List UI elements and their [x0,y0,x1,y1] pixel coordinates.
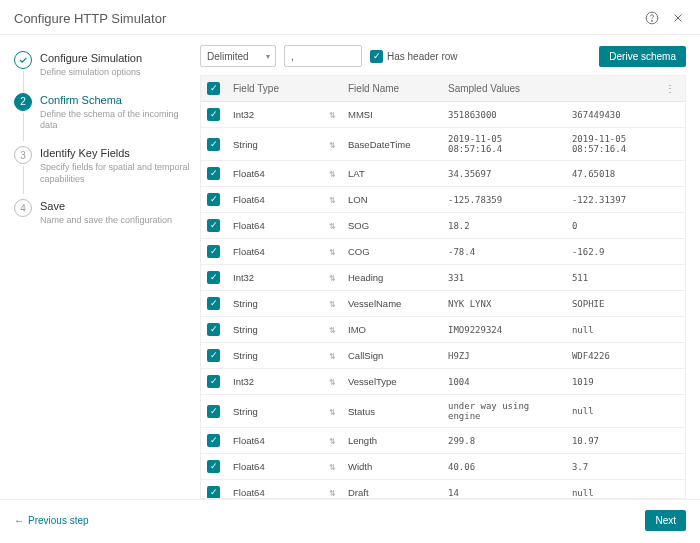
field-type-cell[interactable]: String [227,128,323,161]
field-type-cell[interactable]: Float64 [227,213,323,239]
row-checkbox[interactable]: ✓ [207,167,220,180]
row-checkbox[interactable]: ✓ [207,108,220,121]
table-row: ✓Float64⇅SOG18.20 [201,213,685,239]
schema-table-wrapper[interactable]: ✓ Field Type Field Name Sampled Values ⋮… [200,75,686,499]
sort-icon[interactable]: ⇅ [329,378,336,387]
close-icon[interactable] [670,10,686,26]
field-type-cell[interactable]: Float64 [227,454,323,480]
schema-toolbar: Delimited ▾ ✓ Has header row Derive sche… [200,45,686,67]
field-type-cell[interactable]: Float64 [227,428,323,454]
header-row-checkbox[interactable]: ✓ Has header row [370,50,458,63]
col-header-sampled-values: Sampled Values [448,83,520,94]
sampled-value-1: -78.4 [442,239,566,265]
previous-step-link[interactable]: ← Previous step [14,515,89,526]
step-desc: Name and save the configuration [40,215,172,227]
table-row: ✓Float64⇅Length299.810.97 [201,428,685,454]
field-name-cell: Draft [342,480,442,500]
field-name-cell: Length [342,428,442,454]
table-row: ✓Float64⇅Draft14null [201,480,685,500]
field-type-cell[interactable]: String [227,317,323,343]
sort-icon[interactable]: ⇅ [329,352,336,361]
field-type-cell[interactable]: Float64 [227,239,323,265]
step-title: Configure Simulation [40,52,142,64]
help-icon[interactable] [644,10,660,26]
field-name-cell: Heading [342,265,442,291]
sampled-value-1: 351863000 [442,102,566,128]
step-title: Confirm Schema [40,94,190,106]
sort-icon[interactable]: ⇅ [329,248,336,257]
table-row: ✓String⇅IMOIMO9229324null [201,317,685,343]
sort-icon[interactable]: ⇅ [329,196,336,205]
svg-point-1 [652,20,653,21]
select-all-checkbox[interactable]: ✓ [207,82,220,95]
format-select[interactable]: Delimited [200,45,276,67]
sampled-value-1: -125.78359 [442,187,566,213]
table-row: ✓Int32⇅Heading331511 [201,265,685,291]
row-checkbox[interactable]: ✓ [207,138,220,151]
col-header-field-type: Field Type [227,76,323,102]
row-checkbox[interactable]: ✓ [207,323,220,336]
table-row: ✓Int32⇅VesselType10041019 [201,369,685,395]
field-type-cell[interactable]: Float64 [227,161,323,187]
sort-icon[interactable]: ⇅ [329,111,336,120]
row-checkbox[interactable]: ✓ [207,486,220,499]
field-type-cell[interactable]: String [227,291,323,317]
table-row: ✓Float64⇅Width40.063.7 [201,454,685,480]
field-type-cell[interactable]: Int32 [227,265,323,291]
sampled-value-1: 1004 [442,369,566,395]
row-checkbox[interactable]: ✓ [207,349,220,362]
row-checkbox[interactable]: ✓ [207,219,220,232]
row-checkbox[interactable]: ✓ [207,434,220,447]
table-row: ✓Float64⇅LAT34.3569747.65018 [201,161,685,187]
sampled-value-2: 47.65018 [566,161,685,187]
sampled-value-1: 2019-11-05 08:57:16.4 [442,128,566,161]
sampled-value-2: 3.7 [566,454,685,480]
sort-icon[interactable]: ⇅ [329,222,336,231]
wizard-stepper: Configure Simulation Define simulation o… [0,35,200,499]
field-type-cell[interactable]: Float64 [227,480,323,500]
field-type-cell[interactable]: Int32 [227,102,323,128]
sort-icon[interactable]: ⇅ [329,326,336,335]
sort-icon[interactable]: ⇅ [329,437,336,446]
step-confirm-schema[interactable]: 2 Confirm Schema Define the schema of th… [14,93,190,132]
table-row: ✓String⇅Statusunder way using enginenull [201,395,685,428]
row-checkbox[interactable]: ✓ [207,245,220,258]
table-row: ✓Float64⇅COG-78.4-162.9 [201,239,685,265]
sort-icon[interactable]: ⇅ [329,489,336,498]
field-name-cell: VesselType [342,369,442,395]
field-name-cell: CallSign [342,343,442,369]
field-type-cell[interactable]: String [227,395,323,428]
derive-schema-button[interactable]: Derive schema [599,46,686,67]
table-row: ✓String⇅BaseDateTime2019-11-05 08:57:16.… [201,128,685,161]
sort-icon[interactable]: ⇅ [329,274,336,283]
dialog-title: Configure HTTP Simulator [14,11,634,26]
row-checkbox[interactable]: ✓ [207,271,220,284]
row-checkbox[interactable]: ✓ [207,297,220,310]
sort-icon[interactable]: ⇅ [329,408,336,417]
sampled-value-1: 40.06 [442,454,566,480]
field-name-cell: Width [342,454,442,480]
row-checkbox[interactable]: ✓ [207,375,220,388]
step-save[interactable]: 4 Save Name and save the configuration [14,199,190,227]
row-checkbox[interactable]: ✓ [207,460,220,473]
delimiter-input[interactable] [284,45,362,67]
sampled-value-1: 34.35697 [442,161,566,187]
sort-icon[interactable]: ⇅ [329,463,336,472]
more-icon[interactable]: ⋮ [665,83,679,94]
step-identify-key-fields[interactable]: 3 Identify Key Fields Specify fields for… [14,146,190,185]
field-type-cell[interactable]: Float64 [227,187,323,213]
field-type-cell[interactable]: Int32 [227,369,323,395]
sampled-value-1: 14 [442,480,566,500]
row-checkbox[interactable]: ✓ [207,193,220,206]
step-desc: Define simulation options [40,67,142,79]
step-connector [23,166,24,194]
sort-icon[interactable]: ⇅ [329,300,336,309]
step-configure-simulation[interactable]: Configure Simulation Define simulation o… [14,51,190,79]
row-checkbox[interactable]: ✓ [207,405,220,418]
checkbox-checked-icon: ✓ [370,50,383,63]
next-button[interactable]: Next [645,510,686,531]
field-name-cell: VesselName [342,291,442,317]
sort-icon[interactable]: ⇅ [329,141,336,150]
sort-icon[interactable]: ⇅ [329,170,336,179]
field-type-cell[interactable]: String [227,343,323,369]
